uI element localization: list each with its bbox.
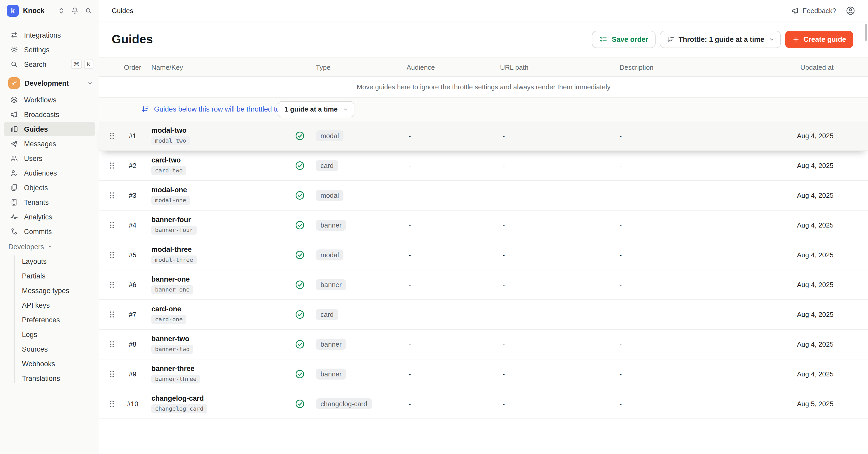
updated-at-value: Aug 4, 2025 <box>797 221 834 229</box>
sidebar-item-tenants[interactable]: Tenants <box>4 195 95 209</box>
status-check-icon <box>294 190 305 201</box>
drag-handle-icon[interactable] <box>108 161 115 170</box>
sidebar-item-api-keys[interactable]: API keys <box>14 298 99 312</box>
guide-name[interactable]: banner-four <box>151 216 191 224</box>
ignore-throttle-dropzone[interactable]: Move guides here to ignore the throttle … <box>99 77 868 98</box>
sidebar-item-message-types[interactable]: Message types <box>14 283 99 298</box>
guide-name[interactable]: modal-three <box>151 246 192 253</box>
row-order: #2 <box>122 162 143 170</box>
sidebar-item-analytics[interactable]: Analytics <box>4 209 95 224</box>
sidebar-item-messages[interactable]: Messages <box>4 136 95 151</box>
page-header: Guides Save order Throttle: 1 guide at a… <box>99 22 868 57</box>
search-icon[interactable] <box>85 7 92 15</box>
sidebar-item-broadcasts[interactable]: Broadcasts <box>4 107 95 122</box>
building-icon <box>9 198 18 206</box>
guide-key-badge: modal-two <box>151 136 190 145</box>
throttle-amount-dropdown[interactable]: 1 guide at a time <box>278 101 354 117</box>
breadcrumb: Guides <box>112 6 133 15</box>
feedback-button[interactable]: Feedback? <box>791 6 836 15</box>
sidebar-item-label: Logs <box>22 331 37 338</box>
sidebar-item-label: Guides <box>24 125 48 133</box>
guide-key-badge: modal-one <box>151 196 190 205</box>
users-icon <box>9 154 18 163</box>
drag-handle-icon[interactable] <box>108 280 115 289</box>
main-content: Guides Feedback? Guides <box>99 0 868 454</box>
guide-name[interactable]: card-one <box>151 305 181 313</box>
guide-name[interactable]: banner-one <box>151 275 190 283</box>
drag-handle-icon[interactable] <box>108 221 115 230</box>
table-row[interactable]: #6 banner-one banner-one banner - - - Au… <box>99 270 868 300</box>
sidebar-item-settings[interactable]: Settings <box>4 42 95 57</box>
table-row[interactable]: #7 card-one card-one card - - - Aug 4, 2… <box>99 300 868 330</box>
environment-switcher[interactable]: Development <box>4 75 95 91</box>
guide-name[interactable]: modal-two <box>151 126 187 134</box>
chevron-down-icon <box>342 106 349 112</box>
sidebar-item-commits[interactable]: Commits <box>4 224 95 239</box>
column-header-updated-at: Updated at <box>800 63 834 71</box>
guide-name[interactable]: banner-three <box>151 365 194 372</box>
status-check-icon <box>294 160 305 171</box>
workspace-switcher[interactable]: k Knock <box>0 0 99 22</box>
notifications-bell-icon[interactable] <box>71 7 79 15</box>
sidebar-item-integrations[interactable]: Integrations <box>4 28 95 42</box>
user-avatar-icon[interactable] <box>845 5 856 16</box>
throttle-dropdown-button[interactable]: Throttle: 1 guide at a time <box>660 31 781 48</box>
collapse-sidebar-icon[interactable] <box>57 7 65 15</box>
description-value: - <box>615 370 626 378</box>
guide-name[interactable]: modal-one <box>151 186 187 194</box>
plus-icon <box>792 36 800 43</box>
row-order: #9 <box>122 370 143 378</box>
guide-name[interactable]: banner-two <box>151 335 189 343</box>
swap-arrows-icon <box>9 31 18 39</box>
throttle-divider-row: Guides below this row will be throttled … <box>99 98 868 121</box>
sidebar-item-partials[interactable]: Partials <box>14 268 99 283</box>
updated-at-value: Aug 4, 2025 <box>797 370 834 378</box>
developers-subnav: Layouts Partials Message types API keys … <box>14 254 99 386</box>
developers-section-toggle[interactable]: Developers <box>4 239 95 254</box>
sidebar-item-users[interactable]: Users <box>4 151 95 166</box>
throttle-amount-value: 1 guide at a time <box>284 105 338 113</box>
sidebar-item-workflows[interactable]: Workflows <box>4 92 95 107</box>
sidebar-item-guides[interactable]: Guides <box>4 122 95 136</box>
drag-handle-icon[interactable] <box>108 310 115 319</box>
table-row[interactable]: #9 banner-three banner-three banner - - … <box>99 360 868 389</box>
save-order-button[interactable]: Save order <box>592 31 656 48</box>
dropzone-text: Move guides here to ignore the throttle … <box>357 83 611 91</box>
sidebar-nav: Integrations Settings Search ⌘ K <box>0 22 99 386</box>
table-row[interactable]: #8 banner-two banner-two banner - - - Au… <box>99 330 868 360</box>
drag-handle-icon[interactable] <box>108 132 115 140</box>
scrollbar-thumb[interactable] <box>865 24 867 41</box>
table-row[interactable]: #3 modal-one modal-one modal - - - Aug 4… <box>99 181 868 210</box>
type-badge: modal <box>316 250 344 260</box>
table-row[interactable]: #2 card-two card-two card - - - Aug 4, 2… <box>99 151 868 181</box>
drag-handle-icon[interactable] <box>108 370 115 378</box>
sidebar-item-preferences[interactable]: Preferences <box>14 312 99 327</box>
drag-handle-icon[interactable] <box>108 191 115 200</box>
status-check-icon <box>294 309 305 320</box>
drag-handle-icon[interactable] <box>108 340 115 349</box>
guide-name[interactable]: card-two <box>151 156 181 164</box>
table-row[interactable]: #10 changelog-card changelog-card change… <box>99 389 868 419</box>
guide-name[interactable]: changelog-card <box>151 394 204 402</box>
chevron-down-icon <box>47 244 54 250</box>
table-row[interactable]: #4 banner-four banner-four banner - - - … <box>99 210 868 240</box>
create-guide-button[interactable]: Create guide <box>785 31 854 48</box>
guide-key-badge: banner-one <box>151 285 193 294</box>
paper-plane-icon <box>9 140 18 148</box>
sidebar-item-audiences[interactable]: Audiences <box>4 166 95 180</box>
column-header-audience: Audience <box>407 63 435 71</box>
sidebar-item-sources[interactable]: Sources <box>14 342 99 356</box>
sidebar-item-webhooks[interactable]: Webhooks <box>14 356 99 371</box>
sidebar-item-translations[interactable]: Translations <box>14 371 99 386</box>
sidebar-item-objects[interactable]: Objects <box>4 180 95 195</box>
topbar: Guides Feedback? <box>99 0 868 22</box>
table-row[interactable]: #5 modal-three modal-three modal - - - A… <box>99 240 868 270</box>
drag-handle-icon[interactable] <box>108 399 115 408</box>
table-row[interactable]: #1 modal-two modal-two modal - - - Aug 4… <box>99 121 868 151</box>
sidebar-item-search[interactable]: Search ⌘ K <box>4 57 95 72</box>
drag-handle-icon[interactable] <box>108 251 115 259</box>
row-order: #6 <box>122 281 143 289</box>
updated-at-value: Aug 4, 2025 <box>797 281 834 289</box>
sidebar-item-logs[interactable]: Logs <box>14 327 99 342</box>
sidebar-item-layouts[interactable]: Layouts <box>14 254 99 268</box>
